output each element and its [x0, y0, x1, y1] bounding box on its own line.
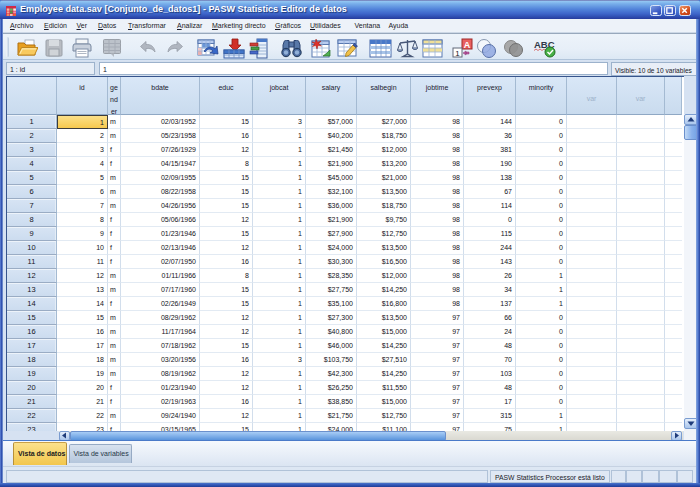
svg-text:A: A [464, 40, 471, 50]
svg-text:1: 1 [455, 49, 460, 58]
